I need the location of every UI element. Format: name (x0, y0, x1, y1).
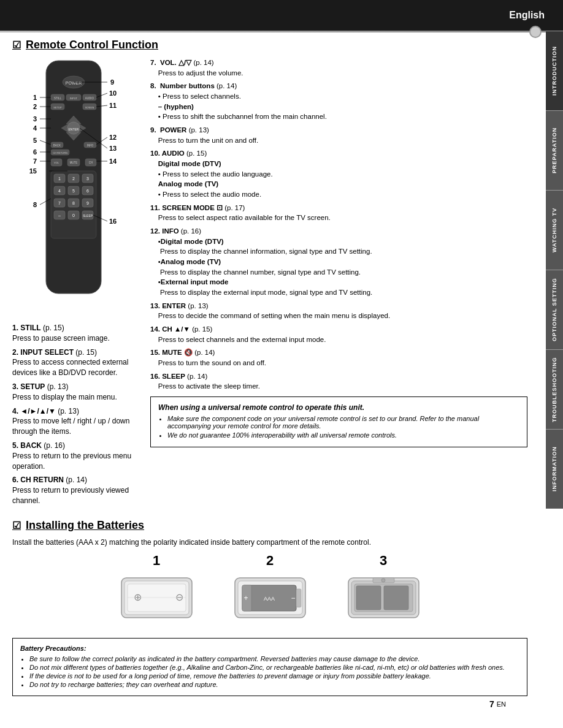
svg-text:6: 6 (86, 189, 89, 193)
svg-text:11: 11 (109, 102, 117, 109)
main-content: ☑ Remote Control Function POWER STILL IN… (0, 32, 546, 718)
svg-text:8: 8 (33, 201, 37, 208)
svg-text:13: 13 (109, 145, 117, 152)
svg-text:SETUP: SETUP (53, 106, 62, 109)
svg-text:CH: CH (89, 161, 93, 164)
svg-text:STILL: STILL (54, 97, 62, 100)
svg-text:2: 2 (72, 176, 75, 181)
svg-text:9: 9 (110, 78, 114, 86)
svg-text:7: 7 (58, 201, 61, 205)
svg-text:5: 5 (72, 189, 75, 193)
list-item-6: 6. CH RETURN (p. 14) Press to return to … (12, 475, 141, 506)
battery-step-1-svg: ⊕ ⊖ (109, 572, 204, 627)
svg-text:AAA: AAA (263, 596, 274, 602)
svg-text:14: 14 (109, 157, 117, 165)
precaution-1: Be sure to follow the correct polarity a… (29, 655, 519, 662)
battery-step-3-svg (336, 572, 431, 627)
desc-14: 14. CH ▲/▼ (p. 15) Press to select chann… (150, 324, 527, 344)
checkbox-icon: ☑ (12, 39, 21, 51)
list-item-3: 3. SETUP (p. 13) Press to display the ma… (12, 382, 141, 403)
svg-text:+: + (243, 594, 248, 602)
remote-right-col: 7. VOL. △/▽ (p. 14) Press to adjust the … (150, 58, 527, 510)
svg-text:INPUT: INPUT (70, 97, 78, 100)
desc-8: 8. Number buttons (p. 14) • Press to sel… (150, 81, 527, 122)
list-item-2: 2. INPUT SELECT (p. 15) Press to access … (12, 347, 141, 378)
battery-step-2: 2 AAA + − (223, 553, 318, 629)
remote-control-title: Remote Control Function (26, 39, 158, 51)
batteries-intro: Install the batteries (AAA x 2) matching… (12, 538, 527, 547)
universal-box-title: When using a universal remote control to… (158, 403, 519, 412)
svg-text:10: 10 (109, 89, 117, 97)
battery-steps: 1 ⊕ ⊖ 2 (12, 553, 527, 629)
svg-text:AUDIO: AUDIO (85, 97, 94, 100)
desc-10: 10. AUDIO (p. 15) Digital mode (DTV) • P… (150, 148, 527, 199)
list-item-1: 1. STILL (p. 15) Press to pause screen i… (12, 323, 141, 344)
remote-control-heading: ☑ Remote Control Function (12, 39, 527, 51)
remote-svg: POWER STILL INPUT AUDIO SETUP SCREEN (12, 58, 135, 315)
svg-rect-105 (356, 586, 381, 610)
batteries-checkbox: ☑ (12, 520, 21, 531)
desc-7: 7. VOL. △/▽ (p. 14) Press to adjust the … (150, 58, 527, 78)
top-rule (0, 31, 563, 32)
svg-point-108 (381, 578, 385, 582)
svg-text:POWER: POWER (66, 81, 82, 85)
list-item-4: 4. ◄/►/▲/▼ (p. 13) Press to move left / … (12, 406, 141, 437)
svg-text:4: 4 (58, 189, 61, 193)
tab-troubleshooting[interactable]: TROUBLESHOOTING (546, 349, 563, 429)
svg-rect-106 (384, 586, 408, 610)
desc-9: 9. POWER (p. 13) Press to turn the unit … (150, 125, 527, 145)
svg-text:−: − (291, 594, 295, 602)
svg-text:8: 8 (72, 201, 75, 205)
svg-text:CH RETURN: CH RETURN (53, 151, 67, 154)
svg-text:9: 9 (86, 201, 89, 205)
tab-introduction[interactable]: INTRODUCTION (546, 31, 563, 110)
desc-13: 13. ENTER (p. 13) Press to decide the co… (150, 301, 527, 321)
top-rule-circle (529, 26, 542, 38)
desc-15: 15. MUTE 🔇 (p. 14) Press to turn the sou… (150, 347, 527, 368)
side-tabs: INTRODUCTION PREPARATION WATCHING TV OPT… (546, 31, 563, 509)
universal-box-list: Make sure the component code on your uni… (158, 415, 519, 439)
tab-optional-setting[interactable]: OPTIONAL SETTING (546, 270, 563, 349)
svg-text:–: – (58, 213, 61, 218)
svg-text:SLEEP: SLEEP (83, 214, 93, 218)
batteries-section: ☑ Installing the Batteries Install the b… (12, 519, 527, 696)
precaution-2: Do not mix different types of batteries … (29, 664, 519, 671)
tab-watching-tv[interactable]: WATCHING TV (546, 190, 563, 270)
lang-code: EN (497, 700, 506, 708)
battery-step-3: 3 (336, 553, 431, 629)
svg-text:1: 1 (58, 176, 61, 181)
batteries-heading: ☑ Installing the Batteries (12, 519, 527, 532)
desc-16: 16. SLEEP (p. 14) Press to activate the … (150, 371, 527, 392)
left-list: 1. STILL (p. 15) Press to pause screen i… (12, 323, 141, 506)
list-item-5: 5. BACK (p. 16) Press to return to the p… (12, 441, 141, 471)
svg-text:6: 6 (33, 148, 37, 156)
precaution-4: Do not try to recharge batteries; they c… (29, 681, 519, 688)
svg-text:SCREEN: SCREEN (85, 107, 94, 109)
universal-bullet-2: We do not guarantee 100% interoperabilit… (167, 431, 519, 439)
svg-text:15: 15 (29, 167, 37, 175)
battery-precautions-box: Battery Precautions: Be sure to follow t… (12, 638, 527, 696)
svg-text:⊖: ⊖ (175, 592, 183, 602)
battery-step-1: 1 ⊕ ⊖ (109, 553, 204, 629)
svg-text:12: 12 (109, 134, 117, 141)
footer: 7 EN (12, 696, 527, 712)
svg-text:VOL: VOL (54, 161, 59, 164)
remote-image-area: POWER STILL INPUT AUDIO SETUP SCREEN (12, 58, 135, 317)
language-label: English (509, 10, 545, 21)
svg-text:1: 1 (33, 94, 37, 101)
svg-text:2: 2 (33, 103, 37, 110)
tab-information[interactable]: INFORMATION (546, 429, 563, 509)
svg-text:0: 0 (72, 213, 75, 218)
tab-preparation[interactable]: PREPARATION (546, 110, 563, 190)
svg-text:INFO: INFO (87, 144, 94, 147)
svg-text:3: 3 (86, 176, 89, 181)
precautions-list: Be sure to follow the correct polarity a… (20, 655, 519, 688)
svg-text:16: 16 (109, 218, 117, 225)
svg-text:ENTER: ENTER (69, 127, 79, 131)
precautions-title: Battery Precautions: (20, 645, 519, 652)
svg-text:4: 4 (33, 124, 37, 132)
svg-text:BACK: BACK (53, 144, 61, 147)
precaution-3: If the device is not to be used for a lo… (29, 672, 519, 680)
battery-step-2-svg: AAA + − (223, 572, 318, 627)
remote-left-col: POWER STILL INPUT AUDIO SETUP SCREEN (12, 58, 141, 510)
